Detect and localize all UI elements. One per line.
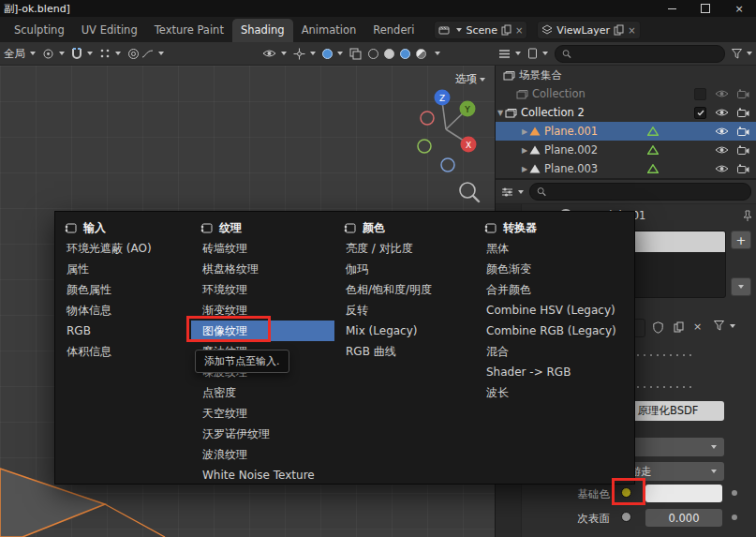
- zoom-tool-icon[interactable]: [457, 180, 482, 204]
- unlink-material-icon[interactable]: ×: [693, 321, 702, 333]
- expander-closed-icon[interactable]: ▶: [520, 146, 529, 155]
- outliner-filter-dropdown[interactable]: [732, 49, 752, 59]
- animate-property-dot[interactable]: [732, 490, 737, 496]
- menu-item-wavelength[interactable]: 波长: [475, 382, 636, 403]
- outliner-mode-dropdown[interactable]: [527, 48, 548, 59]
- hide-eye-icon[interactable]: [715, 145, 729, 155]
- hide-eye-icon[interactable]: [715, 164, 729, 173]
- navigation-gizmo[interactable]: Z Y X: [416, 84, 482, 187]
- minimize-button[interactable]: [655, 0, 689, 17]
- tab-texture-paint[interactable]: Texture Paint: [146, 19, 232, 42]
- editor-type-dropdown[interactable]: [501, 186, 524, 198]
- collection-checkbox[interactable]: [694, 107, 706, 119]
- close-button[interactable]: ×: [722, 0, 756, 17]
- menu-item-combine-hsv-legacy[interactable]: Combine HSV (Legacy): [475, 300, 636, 321]
- properties-search[interactable]: [529, 183, 751, 201]
- visibility-dropdown[interactable]: [262, 49, 287, 58]
- menu-item-combine-color[interactable]: 合并颜色: [475, 279, 636, 300]
- menu-item-environment-texture[interactable]: 环境纹理: [191, 279, 334, 300]
- disable-render-camera-icon[interactable]: [737, 145, 749, 155]
- proportional-editing-dropdown[interactable]: [127, 48, 164, 60]
- copy-icon[interactable]: [614, 24, 624, 36]
- rendered-shading-icon[interactable]: [416, 49, 426, 59]
- gizmo-minus-z-axis[interactable]: [441, 158, 454, 172]
- show-gizmo-dropdown[interactable]: [293, 48, 316, 60]
- properties-search-input[interactable]: [551, 186, 744, 198]
- menu-item-mix[interactable]: 混合: [475, 341, 636, 362]
- menu-item-object-info[interactable]: 物体信息: [55, 300, 191, 321]
- tab-rendering[interactable]: Renderi: [364, 19, 422, 42]
- menu-item-checker-texture[interactable]: 棋盘格纹理: [191, 259, 334, 279]
- menu-item-voronoi-texture[interactable]: 沃罗诺伊纹理: [191, 424, 334, 444]
- pivot-point-dropdown[interactable]: [42, 48, 65, 60]
- outliner-row-collection2[interactable]: ▼ Collection 2: [496, 103, 756, 122]
- copy-icon[interactable]: [501, 24, 511, 36]
- unlink-viewlayer-icon[interactable]: ×: [628, 25, 635, 36]
- transform-orientation-dropdown[interactable]: 全局: [4, 47, 36, 61]
- new-material-icon[interactable]: [674, 321, 684, 333]
- gizmo-minus-y-axis[interactable]: [418, 140, 431, 153]
- menu-item-shader-to-rgb[interactable]: Shader -> RGB: [475, 362, 636, 382]
- disable-render-camera-icon[interactable]: [737, 108, 749, 117]
- outliner-row-plane-001[interactable]: ▶ Plane.001: [496, 122, 756, 141]
- hide-eye-icon[interactable]: [715, 127, 729, 136]
- outliner-display-mode-dropdown[interactable]: [498, 49, 521, 59]
- disable-render-camera-icon[interactable]: [737, 89, 749, 98]
- outliner-row-collection[interactable]: Collection: [496, 84, 756, 103]
- menu-item-wave-texture[interactable]: 波浪纹理: [191, 444, 334, 465]
- menu-item-blackbody[interactable]: 黑体: [475, 238, 636, 259]
- pin-icon[interactable]: [742, 210, 753, 222]
- subsurface-value-field[interactable]: 0.000: [645, 509, 722, 527]
- menu-item-brightness-contrast[interactable]: 亮度 / 对比度: [334, 238, 475, 259]
- material-preview-icon[interactable]: [400, 49, 410, 59]
- solid-shading-icon[interactable]: [384, 49, 394, 59]
- hide-eye-icon[interactable]: [715, 108, 729, 117]
- menu-item-volume-info[interactable]: 体积信息: [55, 341, 191, 362]
- menu-item-attribute[interactable]: 属性: [55, 259, 191, 279]
- wireframe-shading-icon[interactable]: [368, 49, 378, 59]
- menu-item-brick-texture[interactable]: 砖墙纹理: [191, 238, 334, 259]
- tab-animation[interactable]: Animation: [293, 19, 365, 42]
- expander-open-icon[interactable]: ▼: [496, 109, 505, 117]
- menu-item-combine-rgb-legacy[interactable]: Combine RGB (Legacy): [475, 321, 636, 341]
- disable-render-camera-icon[interactable]: [737, 127, 749, 136]
- menu-item-rgb-curves[interactable]: RGB 曲线: [334, 341, 475, 362]
- material-filter-dropdown[interactable]: [714, 321, 735, 331]
- fake-user-shield-icon[interactable]: [653, 321, 663, 334]
- menu-item-invert[interactable]: 反转: [334, 300, 475, 321]
- menu-item-mix-legacy[interactable]: Mix (Legacy): [334, 321, 475, 341]
- outliner-row-plane-002[interactable]: ▶ Plane.002: [496, 141, 756, 159]
- expander-closed-icon[interactable]: ▶: [520, 165, 529, 173]
- menu-item-sky-texture[interactable]: 天空纹理: [191, 403, 334, 424]
- animate-property-dot[interactable]: [732, 515, 737, 520]
- outliner-row-scene-collection[interactable]: 场景集合: [496, 66, 756, 84]
- overlays-dropdown[interactable]: [322, 49, 343, 59]
- base-color-swatch[interactable]: [645, 485, 722, 502]
- menu-item-gamma[interactable]: 伽玛: [334, 259, 475, 279]
- subsurface-socket[interactable]: [621, 512, 631, 522]
- viewlayer-selector[interactable]: ViewLayer ×: [537, 21, 640, 39]
- outliner-search[interactable]: [555, 45, 725, 63]
- menu-item-rgb[interactable]: RGB: [55, 321, 191, 341]
- snap-target-dropdown[interactable]: [99, 48, 121, 59]
- gizmo-minus-x-axis[interactable]: [421, 112, 434, 125]
- maximize-button[interactable]: [689, 0, 722, 17]
- disable-render-camera-icon[interactable]: [737, 164, 749, 173]
- collection-checkbox[interactable]: [694, 88, 706, 100]
- hide-eye-icon[interactable]: [715, 89, 729, 98]
- slot-specials-button[interactable]: [731, 277, 751, 296]
- xray-toggle[interactable]: [349, 48, 362, 60]
- menu-item-color-attribute[interactable]: 颜色属性: [55, 279, 191, 300]
- menu-item-ao[interactable]: 环境光遮蔽 (AO): [55, 238, 191, 259]
- expander-closed-icon[interactable]: ▶: [520, 127, 529, 136]
- menu-item-color-ramp[interactable]: 颜色渐变: [475, 259, 636, 279]
- tab-uv-editing[interactable]: UV Editing: [73, 19, 146, 42]
- unlink-scene-icon[interactable]: ×: [515, 25, 523, 36]
- tab-sculpting[interactable]: Sculpting: [6, 19, 73, 42]
- menu-item-point-density[interactable]: 点密度: [191, 382, 334, 403]
- tab-shading[interactable]: Shading: [232, 19, 293, 42]
- menu-item-hue-saturation[interactable]: 色相/饱和度/明度: [334, 279, 475, 300]
- snap-toggle-dropdown[interactable]: [71, 48, 93, 60]
- outliner-row-plane-003[interactable]: ▶ Plane.003: [496, 159, 756, 178]
- outliner-search-input[interactable]: [576, 48, 718, 60]
